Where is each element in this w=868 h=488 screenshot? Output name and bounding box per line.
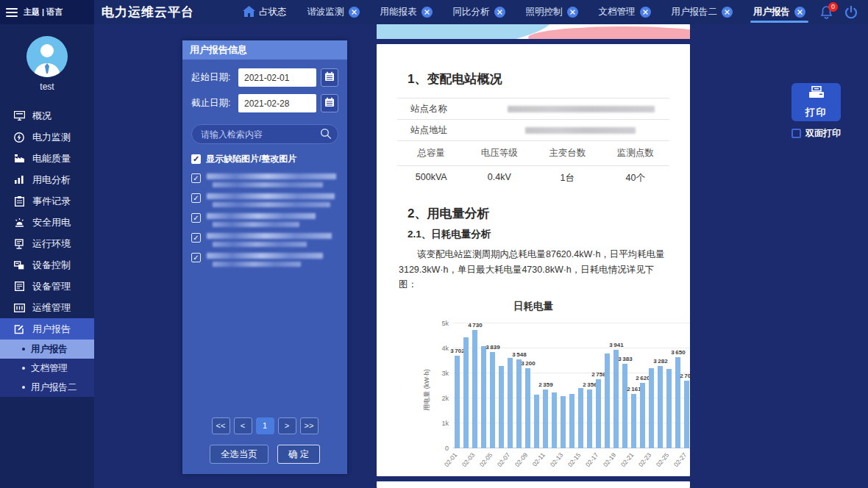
item-checkbox[interactable]: ✓ — [191, 173, 201, 183]
x-tick-label: 02-13 — [549, 451, 565, 468]
chart-bar — [666, 369, 672, 448]
x-tick-label: 02-07 — [496, 451, 512, 468]
tab-close-icon[interactable] — [421, 7, 433, 18]
last-page-button[interactable]: >> — [300, 417, 319, 434]
nav-tab[interactable]: 用户报告 — [743, 0, 816, 24]
tab-close-icon[interactable] — [349, 7, 360, 18]
sidebar-sub-item[interactable]: 用户报告 — [0, 340, 94, 359]
power-monitor-icon — [13, 132, 25, 143]
nav-tab[interactable]: 谐波监测 — [297, 0, 370, 24]
y-tick-label: 0 — [428, 445, 449, 452]
defect-filter-checkbox[interactable]: ✓ — [191, 154, 201, 164]
sidebar-item[interactable]: 设备控制 — [0, 254, 94, 276]
select-all-button[interactable]: 全选当页 — [210, 445, 268, 464]
item-checkbox[interactable]: ✓ — [191, 193, 201, 203]
sidebar-item-label: 电力监测 — [32, 131, 71, 144]
overview-value-row: 500kVA 0.4kV 1台 40个 — [397, 165, 669, 190]
chart-bar-slot — [480, 323, 488, 448]
pagination: << < 1 > >> — [191, 417, 338, 434]
sidebar-item[interactable]: 用电分析 — [0, 169, 94, 190]
sidebar-item-label: 事件记录 — [32, 195, 71, 208]
tab-close-icon[interactable] — [722, 7, 733, 18]
end-date-calendar-button[interactable] — [321, 94, 338, 112]
theme-language-menu[interactable]: 主题 | 语言 — [0, 0, 94, 24]
calendar-icon — [324, 71, 335, 85]
first-page-button[interactable]: << — [212, 417, 230, 434]
tab-close-icon[interactable] — [794, 7, 805, 18]
notifications-button[interactable]: 0 — [820, 6, 833, 19]
sidebar-item[interactable]: 设备管理 — [0, 276, 94, 297]
chart-bar-slot: 2 161 — [630, 323, 638, 448]
sidebar-sub-item[interactable]: 用户报告二 — [0, 378, 94, 397]
current-page-button[interactable]: 1 — [256, 417, 274, 434]
x-tick-label: 02-17 — [584, 451, 600, 468]
printer-icon — [808, 86, 825, 104]
panel-body: 起始日期: 截止日期: — [182, 60, 347, 474]
nav-tab[interactable]: 文档管理 — [588, 0, 661, 24]
nav-tab[interactable]: 用户报告二 — [661, 0, 744, 24]
prev-page-button[interactable]: < — [234, 417, 252, 434]
section2-title: 2、用电量分析 — [408, 205, 669, 222]
end-date-input[interactable] — [238, 94, 316, 112]
print-button[interactable]: 打印 — [791, 83, 841, 121]
search-input[interactable] — [191, 124, 338, 144]
duplex-checkbox[interactable] — [791, 129, 801, 138]
sidebar-sub-item-label: 用户报告 — [31, 343, 68, 356]
confirm-button[interactable]: 确 定 — [277, 445, 320, 464]
tab-close-icon[interactable] — [640, 7, 651, 18]
chart-bar-slot — [506, 323, 515, 448]
item-checkbox[interactable]: ✓ — [191, 233, 201, 243]
theme-language-label[interactable]: 主题 | 语言 — [24, 7, 63, 18]
chart-bar — [605, 354, 610, 448]
overview-header: 总容量 — [397, 141, 466, 165]
chart-bar — [455, 356, 460, 448]
overview-header: 电压等级 — [466, 141, 534, 165]
chart-bar — [631, 394, 636, 448]
nav-tab-label: 文档管理 — [599, 6, 636, 18]
masked-item-text — [207, 252, 338, 267]
sidebar-item[interactable]: 电力监测 — [0, 126, 94, 148]
power-button[interactable] — [844, 6, 858, 19]
page-title: 电力运维云平台 — [102, 4, 194, 21]
report-list-item[interactable]: ✓ — [191, 173, 338, 187]
sidebar-item[interactable]: 事件记录 — [0, 190, 94, 212]
chart-bar — [516, 359, 522, 448]
home-icon — [243, 6, 255, 19]
report-list-item[interactable]: ✓ — [191, 252, 338, 267]
item-checkbox[interactable]: ✓ — [191, 253, 201, 262]
chart-bar-slot: 3 282 — [656, 323, 665, 448]
nav-tab-label: 用户报告二 — [672, 6, 718, 18]
chart-bar-slot: 2 700 — [683, 323, 690, 448]
report-list-item[interactable]: ✓ — [191, 212, 338, 227]
report-list-item[interactable]: ✓ — [191, 193, 338, 207]
nav-tab[interactable]: 照明控制 — [516, 0, 588, 24]
masked-item-text — [207, 232, 338, 247]
nav-tab[interactable]: 同比分析 — [443, 0, 516, 24]
tab-close-icon[interactable] — [494, 7, 505, 18]
next-page-button[interactable]: > — [278, 417, 296, 434]
hamburger-icon[interactable] — [6, 8, 18, 17]
tab-close-icon[interactable] — [567, 7, 578, 18]
sidebar-sub-item[interactable]: 文档管理 — [0, 359, 94, 378]
chart-bar — [499, 366, 504, 448]
sidebar-item-label: 设备控制 — [32, 259, 71, 272]
overview-value: 0.4kV — [466, 166, 534, 190]
avatar[interactable] — [26, 36, 68, 77]
site-name-masked-value — [508, 106, 655, 112]
sidebar-item[interactable]: 电能质量 — [0, 148, 94, 169]
sidebar-item[interactable]: 用户报告 — [0, 318, 94, 340]
search-icon[interactable] — [320, 128, 332, 143]
sidebar-item[interactable]: 概况 — [0, 105, 94, 126]
home-tab[interactable]: 占状态 — [243, 6, 287, 19]
start-date-input[interactable] — [238, 68, 316, 87]
overview-header-row: 总容量 电压等级 主变台数 监测点数 — [397, 140, 669, 165]
sidebar-item[interactable]: 运维管理 — [0, 297, 94, 318]
start-date-calendar-button[interactable] — [321, 68, 338, 87]
end-date-row: 截止日期: — [191, 94, 338, 112]
sidebar-item[interactable]: 运行环境 — [0, 233, 94, 254]
nav-tab[interactable]: 用能报表 — [370, 0, 443, 24]
report-list-item[interactable]: ✓ — [191, 232, 338, 247]
item-checkbox[interactable]: ✓ — [191, 213, 201, 223]
site-address-masked-value — [525, 127, 636, 134]
sidebar-item[interactable]: 安全用电 — [0, 212, 94, 233]
